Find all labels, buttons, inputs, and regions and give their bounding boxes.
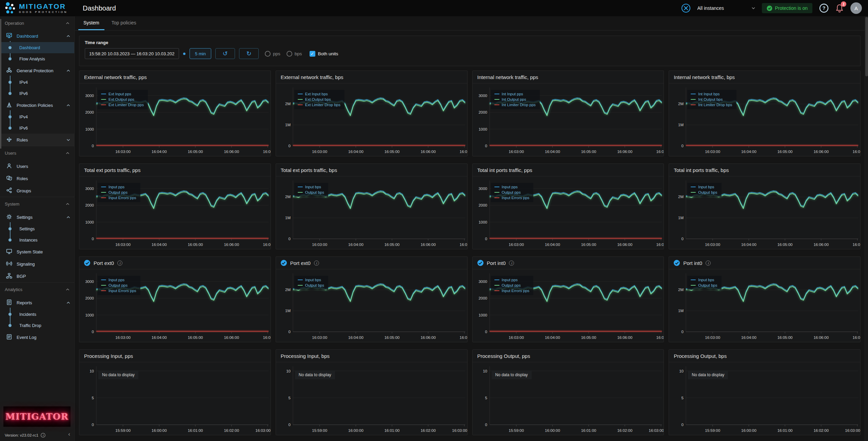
sidebar-item-reports[interactable]: Reports — [0, 296, 74, 309]
chart-info-icon[interactable]: i — [117, 261, 122, 266]
legend-item-input-bps[interactable]: Input bps — [298, 278, 324, 282]
sidebar-item-bgp[interactable]: BGP — [0, 270, 74, 282]
legend-item-input-errors-pps[interactable]: Input Errors pps — [101, 289, 136, 293]
chart-plot-area[interactable]: 051015:59:0016:00:0016:01:0016:02:0016:0… — [79, 362, 271, 435]
chart-plot-area[interactable]: 051015:59:0016:00:0016:01:0016:02:0016:0… — [276, 362, 467, 435]
legend-item-input-pps[interactable]: Input pps — [101, 278, 136, 282]
sidebar-item-signaling[interactable]: Signaling — [0, 258, 74, 270]
legend-item-input-pps[interactable]: Input pps — [494, 185, 530, 189]
sidebar-section-system[interactable]: System — [0, 197, 74, 211]
port-enable-checkbox[interactable] — [477, 260, 484, 266]
legend-item-int-output-pps[interactable]: Int Output pps — [494, 97, 536, 101]
legend-item-input-errors-pps[interactable]: Input Errors pps — [101, 196, 136, 200]
chart-info-icon[interactable]: i — [706, 261, 711, 266]
legend-item-ext-output-pps[interactable]: Ext Output pps — [101, 97, 144, 101]
chart-plot-area[interactable]: 01M2M16:03:0016:04:0016:05:0016:06:0016:… — [669, 83, 860, 156]
sidebar-item-roles[interactable]: Roles — [0, 172, 74, 185]
chart-plot-area[interactable]: 01M2M16:03:0016:04:0016:05:0016:06:0016:… — [669, 269, 860, 342]
legend-item-int-input-bps[interactable]: Int Input bps — [691, 92, 732, 96]
chart-plot-area[interactable]: 010002000300016:03:0016:04:0016:05:0016:… — [79, 269, 271, 342]
chart-plot-area[interactable]: 010002000300016:03:0016:04:0016:05:0016:… — [79, 176, 271, 249]
legend-item-input-bps[interactable]: Input bps — [691, 185, 717, 189]
legend-item-int-input-pps[interactable]: Int Input pps — [494, 92, 536, 96]
legend-item-output-bps[interactable]: Output bps — [691, 283, 717, 287]
sidebar-item-settings[interactable]: Settings — [0, 211, 74, 223]
chart-info-icon[interactable]: i — [314, 261, 319, 266]
legend-item-input-errors-pps[interactable]: Input Errors pps — [494, 196, 530, 200]
sidebar-item-event-log[interactable]: Event Log — [0, 331, 74, 343]
radio-bps[interactable]: bps — [287, 51, 302, 57]
undo-range-button[interactable]: ↺ — [215, 48, 235, 59]
sidebar-subitem-ipv4[interactable]: IPv4 — [0, 77, 74, 88]
chart-plot-area[interactable]: 051015:59:0016:00:0016:01:0016:02:0016:0… — [473, 362, 664, 435]
legend-item-input-bps[interactable]: Input bps — [298, 185, 324, 189]
legend-item-output-bps[interactable]: Output bps — [691, 190, 717, 194]
legend-item-ext-limiter-drop-pps[interactable]: Ext Limiter Drop pps — [101, 103, 144, 107]
sidebar-subitem-traffic-drop[interactable]: Traffic Drop — [0, 320, 74, 331]
chart-plot-area[interactable]: 01M2M16:03:0016:04:0016:05:0016:06:0016:… — [276, 83, 467, 156]
time-range-input[interactable] — [85, 48, 179, 59]
sidebar-subitem-settings[interactable]: Settings — [0, 223, 74, 234]
legend-item-ext-limiter-drop-bps[interactable]: Ext Limiter Drop bps — [298, 103, 340, 107]
legend-item-int-limiter-drop-pps[interactable]: Int Limiter Drop pps — [494, 103, 536, 107]
legend-item-output-bps[interactable]: Output bps — [298, 190, 324, 194]
chart-plot-area[interactable]: 01M2M16:03:0016:04:0016:05:0016:06:0016:… — [276, 269, 467, 342]
sidebar-subitem-ipv4[interactable]: IPv4 — [0, 111, 74, 122]
legend-item-int-output-bps[interactable]: Int Output bps — [691, 97, 732, 101]
sidebar-section-users[interactable]: Users — [0, 146, 74, 160]
legend-item-input-pps[interactable]: Input pps — [101, 185, 136, 189]
quick-range-button[interactable]: 5 min — [190, 48, 211, 59]
sidebar-item-users[interactable]: Users — [0, 160, 74, 172]
tab-system[interactable]: System — [78, 16, 104, 30]
sidebar-item-rules[interactable]: Rules — [0, 134, 74, 146]
instances-overview-icon[interactable] — [681, 3, 691, 13]
instance-selector[interactable]: All instances — [697, 5, 755, 11]
legend-item-output-pps[interactable]: Output pps — [101, 283, 136, 287]
avatar[interactable]: A — [850, 2, 862, 14]
tab-top-policies[interactable]: Top policies — [106, 16, 141, 30]
legend-item-output-pps[interactable]: Output pps — [494, 190, 530, 194]
page-scrollbar[interactable] — [865, 16, 868, 441]
sidebar-subitem-instances[interactable]: Instances — [0, 234, 74, 246]
radio-bps-circle[interactable] — [287, 51, 292, 57]
sidebar-item-protection-policies[interactable]: Protection Policies — [0, 99, 74, 111]
legend-item-output-bps[interactable]: Output bps — [298, 283, 324, 287]
legend-item-input-pps[interactable]: Input pps — [494, 278, 530, 282]
sidebar-section-operation[interactable]: Operation — [0, 16, 74, 30]
sidebar-scrollbar[interactable] — [0, 19, 1, 149]
both-units-checkbox[interactable]: ✓ Both units — [310, 51, 338, 57]
sidebar-subitem-flow-analysis[interactable]: Flow Analysis — [0, 53, 74, 64]
chart-plot-area[interactable]: 01M2M16:03:0016:04:0016:05:0016:06:0016:… — [669, 176, 860, 249]
legend-item-int-limiter-drop-bps[interactable]: Int Limiter Drop bps — [691, 103, 732, 107]
chart-plot-area[interactable]: 010002000300016:03:0016:04:0016:05:0016:… — [473, 176, 664, 249]
refresh-button[interactable]: ↻ — [239, 48, 259, 59]
legend-item-output-pps[interactable]: Output pps — [101, 190, 136, 194]
legend-item-ext-input-bps[interactable]: Ext Input bps — [298, 92, 340, 96]
sidebar-item-general-protection[interactable]: General Protection — [0, 64, 74, 77]
port-enable-checkbox[interactable] — [281, 260, 287, 266]
port-enable-checkbox[interactable] — [674, 260, 680, 266]
radio-pps-circle[interactable] — [265, 51, 271, 57]
sidebar-subitem-ipv6[interactable]: IPv6 — [0, 122, 74, 134]
help-icon[interactable]: ? — [819, 3, 829, 13]
chart-plot-area[interactable]: 01M2M16:03:0016:04:0016:05:0016:06:0016:… — [276, 176, 467, 249]
legend-item-ext-output-bps[interactable]: Ext Output bps — [298, 97, 340, 101]
legend-item-ext-input-pps[interactable]: Ext Input pps — [101, 92, 144, 96]
chart-plot-area[interactable]: 010002000300016:03:0016:04:0016:05:0016:… — [79, 83, 271, 156]
sidebar-subitem-dashboard[interactable]: Dashboard — [0, 42, 74, 53]
port-enable-checkbox[interactable] — [84, 260, 90, 266]
notifications-bell-icon[interactable]: 1 — [835, 4, 844, 13]
sidebar-collapse-icon[interactable]: ‹ — [68, 431, 70, 438]
legend-item-input-bps[interactable]: Input bps — [691, 278, 717, 282]
info-icon[interactable]: i — [41, 433, 45, 438]
sidebar-section-analytics[interactable]: Analytics — [0, 282, 74, 296]
radio-pps[interactable]: pps — [265, 51, 280, 57]
legend-item-input-errors-pps[interactable]: Input Errors pps — [494, 289, 530, 293]
chart-plot-area[interactable]: 010002000300016:03:0016:04:0016:05:0016:… — [473, 83, 664, 156]
sidebar-item-dashboard[interactable]: Dashboard — [0, 30, 74, 42]
sidebar-subitem-incidents[interactable]: Incidents — [0, 309, 74, 320]
sidebar-subitem-ipv6[interactable]: IPv6 — [0, 88, 74, 99]
legend-item-output-pps[interactable]: Output pps — [494, 283, 530, 287]
checkbox-check-icon[interactable]: ✓ — [310, 51, 315, 57]
chart-info-icon[interactable]: i — [509, 261, 514, 266]
